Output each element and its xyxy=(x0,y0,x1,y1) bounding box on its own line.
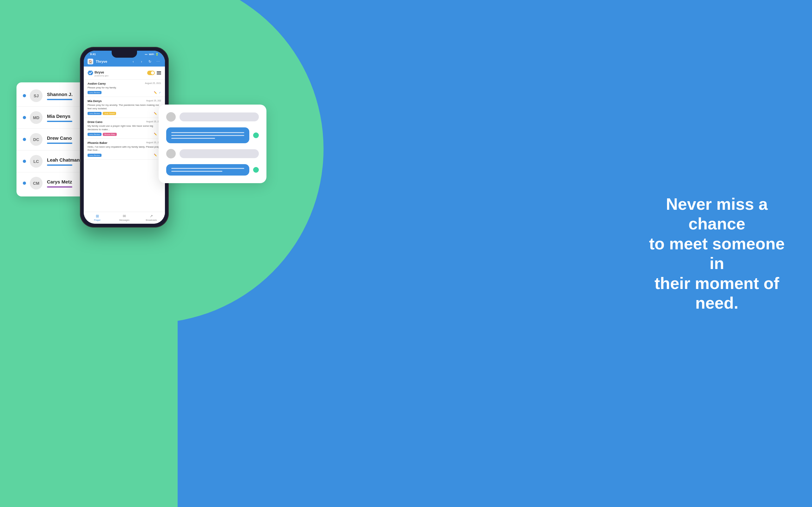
prayer-text: Please pray for my anxiety. The pandemic… xyxy=(88,104,161,110)
contact-avatar: DC xyxy=(30,133,43,146)
phone-notch xyxy=(112,51,137,58)
prayer-tag: Larry Benton xyxy=(88,91,101,94)
ham-line xyxy=(157,71,161,72)
prayer-header: Phoenix Baker August 25, 202 xyxy=(88,141,161,145)
check-icon[interactable]: ✓ xyxy=(159,91,161,94)
prayer-tag: Bonnie Riley xyxy=(103,133,117,136)
wifi-icon: WiFi xyxy=(149,53,154,56)
prayer-actions: ✏️ ✓ xyxy=(154,91,161,94)
ham-line xyxy=(157,74,161,74)
online-indicator xyxy=(253,167,259,173)
phone-mockup: 9:41 ▪▪▪ WiFi 🔋 🏠 Thryve ‹ › ↻ ⋯ xyxy=(80,47,169,228)
broadcasts-tab-label: Broadcasts xyxy=(146,219,157,221)
logo-icon xyxy=(88,70,93,76)
bubble-line xyxy=(171,168,244,169)
prayer-name: Drew Cano xyxy=(88,120,102,124)
contact-bar xyxy=(47,186,72,187)
refresh-button[interactable]: ↻ xyxy=(147,58,153,65)
chat-bubble-sent xyxy=(166,127,249,143)
signal-icon: ▪▪▪ xyxy=(145,53,148,56)
tab-prayer[interactable]: ⊞ Prayer xyxy=(84,214,111,221)
chat-bubble-sent xyxy=(166,164,249,176)
phone-navbar: 🏠 Thryve ‹ › ↻ ⋯ xyxy=(84,57,165,66)
prayer-tab-icon: ⊞ xyxy=(96,214,99,218)
online-indicator xyxy=(253,132,259,138)
edit-icon[interactable]: ✏️ xyxy=(154,91,157,94)
contact-avatar: LC xyxy=(30,155,43,168)
status-time: 9:41 xyxy=(90,53,96,56)
prayer-list: Avalon Carey August 25, 2021 Please pray… xyxy=(84,79,165,212)
battery-icon: 🔋 xyxy=(155,53,159,56)
tagline-line3: their moment of need. xyxy=(655,274,779,312)
prayer-item[interactable]: Drew Cano August 25, 202 My family could… xyxy=(84,118,165,139)
bubble-line xyxy=(171,138,215,139)
contact-bar xyxy=(47,121,72,122)
prayer-tag: Judy Sewell xyxy=(103,112,116,115)
status-icons: ▪▪▪ WiFi 🔋 xyxy=(145,53,159,56)
prayer-tab-label: Prayer xyxy=(94,219,101,221)
edit-icon[interactable]: ✏️ xyxy=(154,133,157,135)
contact-bar xyxy=(47,143,72,144)
contact-avatar: CM xyxy=(30,177,43,189)
tab-broadcasts[interactable]: ↗ Broadcasts xyxy=(138,214,165,221)
prayer-name: Mia Denys xyxy=(88,100,102,103)
tagline-line1: Never miss a chance xyxy=(666,195,768,233)
forward-button[interactable]: › xyxy=(138,58,145,65)
phone-tabs: ⊞ Prayer ✉ Messages ↗ Broadcasts xyxy=(84,212,165,224)
contact-dot xyxy=(23,160,26,163)
prayer-header: Drew Cano August 25, 202 xyxy=(88,120,161,124)
ham-line xyxy=(157,72,161,73)
contact-bar xyxy=(47,164,72,166)
chat-avatar xyxy=(166,149,176,158)
thryve-logo: thryve powered by gloo xyxy=(88,69,108,77)
prayer-tags: Larry Benton xyxy=(88,154,101,157)
prayer-text: Hello, I've been very impatient with my … xyxy=(88,146,161,152)
prayer-tag: Larry Benton xyxy=(88,112,101,115)
edit-icon[interactable]: ✏️ xyxy=(154,112,157,115)
chat-row-sent-1 xyxy=(166,127,259,143)
chat-bubble-received xyxy=(180,112,259,121)
toggle-switch[interactable] xyxy=(147,71,155,75)
contact-bar xyxy=(47,99,72,100)
header-toggle[interactable] xyxy=(147,71,161,75)
prayer-text: My family could use a prayer right now. … xyxy=(88,124,161,131)
tab-messages[interactable]: ✉ Messages xyxy=(111,214,138,221)
bubble-line xyxy=(171,132,244,133)
tagline: Never miss a chance to meet someone in t… xyxy=(647,194,786,313)
broadcasts-tab-icon: ↗ xyxy=(150,214,153,218)
nav-title: Thryve xyxy=(96,60,128,63)
contact-avatar: MD xyxy=(30,111,43,124)
phone-shell: 9:41 ▪▪▪ WiFi 🔋 🏠 Thryve ‹ › ↻ ⋯ xyxy=(80,47,169,228)
prayer-tags: Larry Benton xyxy=(88,91,101,94)
prayer-header: Avalon Carey August 25, 2021 xyxy=(88,82,161,85)
contact-dot xyxy=(23,116,26,119)
nav-actions: ‹ › ↻ ⋯ xyxy=(130,58,161,65)
prayer-date: August 25, 2021 xyxy=(145,82,161,84)
contact-avatar: SJ xyxy=(30,89,43,102)
contact-dot xyxy=(23,94,26,97)
bubble-line xyxy=(171,135,244,136)
chat-row-received-1 xyxy=(166,112,259,122)
contact-dot xyxy=(23,138,26,141)
prayer-date: August 25, 202 xyxy=(146,100,161,102)
prayer-item[interactable]: Avalon Carey August 25, 2021 Please pray… xyxy=(84,79,165,97)
prayer-item[interactable]: Mia Denys August 25, 202 Please pray for… xyxy=(84,97,165,118)
phone-screen: 9:41 ▪▪▪ WiFi 🔋 🏠 Thryve ‹ › ↻ ⋯ xyxy=(84,51,165,224)
prayer-item[interactable]: Phoenix Baker August 25, 202 Hello, I've… xyxy=(84,139,165,160)
prayer-tag: Larry Benton xyxy=(88,133,101,136)
home-icon[interactable]: 🏠 xyxy=(88,59,93,64)
logo-subtitle: powered by gloo xyxy=(95,75,108,77)
hamburger-menu[interactable] xyxy=(157,71,161,74)
edit-icon[interactable]: ✏️ xyxy=(154,154,157,157)
messages-tab-icon: ✉ xyxy=(123,214,126,218)
prayer-name: Phoenix Baker xyxy=(88,141,107,145)
tagline-line2: to meet someone in xyxy=(649,234,785,273)
prayer-tags: Larry Benton Bonnie Riley xyxy=(88,133,117,136)
prayer-tag: Larry Benton xyxy=(88,154,101,157)
more-button[interactable]: ⋯ xyxy=(155,58,161,65)
back-button[interactable]: ‹ xyxy=(130,58,136,65)
chat-avatar xyxy=(166,112,176,122)
app-header: thryve powered by gloo xyxy=(84,66,165,79)
svg-marker-0 xyxy=(88,71,93,75)
bubble-line xyxy=(171,171,222,172)
